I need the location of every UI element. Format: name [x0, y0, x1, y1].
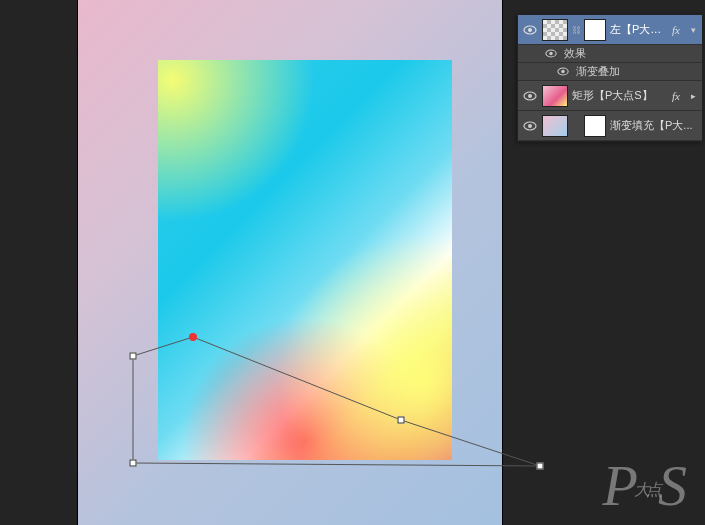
svg-point-7 [528, 94, 532, 98]
fx-header-row[interactable]: 效果 [518, 45, 702, 63]
fx-indicator[interactable]: fx [668, 90, 684, 102]
layer-mask-thumb[interactable] [584, 19, 606, 41]
layer-row-left[interactable]: ⛓ 左【P大点S】 fx ▾ [518, 15, 702, 45]
layer-thumb[interactable] [542, 85, 568, 107]
svg-point-9 [528, 124, 532, 128]
layer-thumb[interactable] [542, 115, 568, 137]
artboard [158, 60, 452, 460]
fx-chevron-icon[interactable]: ▾ [688, 25, 698, 35]
layer-name[interactable]: 左【P大点S】 [610, 22, 664, 37]
fx-chevron-icon[interactable]: ▸ [688, 91, 698, 101]
visibility-toggle[interactable] [544, 49, 558, 58]
layers-panel: ⛓ 左【P大点S】 fx ▾ 效果 渐变叠加 矩形【P大点S】 fx ▸ 渐变填… [517, 14, 703, 142]
svg-point-1 [528, 28, 532, 32]
layer-name[interactable]: 矩形【P大点S】 [572, 88, 664, 103]
layer-name[interactable]: 渐变填充【P大... [610, 118, 698, 133]
visibility-toggle[interactable] [522, 22, 538, 38]
visibility-toggle[interactable] [522, 118, 538, 134]
layer-row-rect[interactable]: 矩形【P大点S】 fx ▸ [518, 81, 702, 111]
layer-mask-thumb[interactable] [584, 115, 606, 137]
transform-handle-bl[interactable] [130, 460, 137, 467]
fx-header-label: 效果 [564, 46, 586, 61]
layer-row-gradient-fill[interactable]: 渐变填充【P大... [518, 111, 702, 141]
visibility-toggle[interactable] [556, 67, 570, 76]
document-canvas[interactable] [78, 0, 502, 525]
watermark: P大点S [603, 452, 683, 519]
mask-link-icon[interactable]: ⛓ [572, 25, 580, 35]
svg-point-5 [561, 70, 564, 73]
visibility-toggle[interactable] [522, 88, 538, 104]
transform-handle-tl[interactable] [130, 353, 137, 360]
fx-item-label: 渐变叠加 [576, 64, 620, 79]
layer-thumb[interactable] [542, 19, 568, 41]
fx-indicator[interactable]: fx [668, 24, 684, 36]
transform-handle-tr[interactable] [398, 417, 405, 424]
svg-point-3 [549, 52, 552, 55]
transform-pivot[interactable] [189, 333, 197, 341]
transform-handle-br[interactable] [537, 463, 544, 470]
fx-item-row[interactable]: 渐变叠加 [518, 63, 702, 81]
